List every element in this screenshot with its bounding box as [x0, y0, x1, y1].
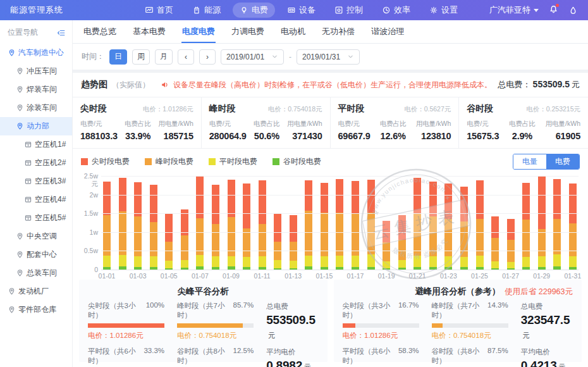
bar-01-13[interactable] [290, 176, 297, 270]
sidebar-item-空压机2#[interactable]: 空压机2# [0, 154, 72, 172]
bar-01-26[interactable] [491, 176, 499, 270]
sidebar-item-发动机厂[interactable]: 发动机厂 [0, 282, 72, 301]
bar-01-23[interactable] [444, 176, 452, 270]
bar-segment [336, 213, 343, 256]
tenant-dropdown[interactable]: 广汽菲亚特 [489, 4, 539, 16]
bar-01-07[interactable] [196, 176, 204, 270]
nav-item-device[interactable]: 设备 [280, 3, 322, 18]
tab-基本电费[interactable]: 基本电费 [125, 20, 174, 43]
total-unit: 元 [523, 332, 530, 339]
next-period-button[interactable]: › [199, 49, 216, 65]
sidebar-item-空压机3#[interactable]: 空压机3# [0, 172, 72, 190]
bar-segment [413, 178, 421, 213]
start-date-picker[interactable]: 2019/01/01 [221, 49, 284, 65]
tab-谐波治理[interactable]: 谐波治理 [363, 20, 412, 43]
tab-电动机[interactable]: 电动机 [273, 20, 314, 43]
bar-01-17[interactable] [352, 176, 359, 270]
total-fee-value: 553509.5 [533, 79, 570, 89]
bar-01-02[interactable] [119, 176, 126, 270]
sidebar-item-空压机4#[interactable]: 空压机4# [0, 190, 72, 209]
legend-item-尖时段电费[interactable]: 尖时段电费 [81, 156, 130, 167]
bar-01-24[interactable] [460, 176, 468, 270]
bar-01-03[interactable] [134, 176, 142, 270]
bar-01-12[interactable] [274, 176, 281, 270]
prev-period-button[interactable]: ‹ [178, 49, 194, 65]
device-icon [287, 6, 296, 15]
bar-01-05[interactable] [165, 176, 173, 270]
x-axis-tick: 01-21 [409, 272, 426, 280]
meter-icon [24, 159, 32, 167]
bar-01-16[interactable] [336, 176, 343, 270]
granularity-周[interactable]: 周 [132, 49, 150, 65]
bar-01-10[interactable] [243, 176, 250, 270]
tab-电费总览[interactable]: 电费总览 [75, 20, 125, 43]
stat-head: 峰时段电价：0.754018元 [209, 103, 322, 115]
notification-bell-button[interactable] [549, 4, 558, 16]
sidebar-item-中央空调[interactable]: 中央空调 [0, 227, 72, 246]
pin-icon [16, 232, 24, 240]
granularity-月[interactable]: 月 [155, 49, 173, 65]
tab-电度电费[interactable]: 电度电费 [174, 20, 223, 43]
sidebar-item-配套中心[interactable]: 配套中心 [0, 246, 72, 264]
bar-01-27[interactable] [507, 176, 515, 270]
toggle-电费[interactable]: 电费 [546, 154, 579, 169]
sidebar-item-焊装车间[interactable]: 焊装车间 [0, 80, 72, 99]
sidebar-item-汽车制造中心[interactable]: 汽车制造中心 [0, 44, 72, 62]
bar-01-21[interactable] [413, 176, 421, 270]
sidebar-item-零件部仓库[interactable]: 零件部仓库 [0, 301, 72, 319]
bar-01-19[interactable] [383, 176, 390, 270]
stat-col-value: 280064.9 [209, 131, 247, 141]
legend-item-平时段电费[interactable]: 平时段电费 [209, 156, 257, 167]
tab-力调电费[interactable]: 力调电费 [223, 20, 273, 43]
toggle-电量[interactable]: 电量 [513, 154, 546, 169]
bar-segment [259, 180, 266, 224]
bar-01-25[interactable] [476, 176, 484, 270]
bar-01-04[interactable] [150, 176, 157, 270]
sidebar-collapse-button[interactable] [57, 28, 66, 37]
stat-period-name: 尖时段 [80, 103, 107, 115]
nav-item-label: 电费 [252, 4, 268, 16]
bar-01-01[interactable] [103, 176, 111, 270]
nav-item-fee[interactable]: 电费 [233, 3, 275, 18]
bar-segment [243, 257, 250, 267]
bar-01-15[interactable] [321, 176, 328, 270]
stat-col-header: 电费占比 [509, 120, 536, 128]
tab-无功补偿[interactable]: 无功补偿 [314, 20, 363, 43]
nav-item-settings[interactable]: 设置 [422, 3, 465, 18]
nav-item-home[interactable]: 首页 [138, 3, 180, 18]
water-drop-icon[interactable] [568, 6, 578, 15]
end-date-picker[interactable]: 2019/01/31 [297, 49, 360, 65]
legend-item-峰时段电费[interactable]: 峰时段电费 [145, 156, 193, 167]
granularity-日[interactable]: 日 [109, 49, 127, 65]
period-price: 电价：1.01286元 [88, 331, 164, 340]
bar-segment [259, 256, 266, 267]
bar-01-30[interactable] [553, 176, 561, 270]
bar-01-22[interactable] [429, 176, 437, 270]
bar-01-31[interactable] [569, 176, 577, 270]
sidebar-item-总装车间[interactable]: 总装车间 [0, 264, 72, 282]
stat-col-value: 371430 [287, 131, 322, 141]
stat-col-pct: 电费占比33.9% [125, 120, 151, 141]
sidebar-item-冲压车间[interactable]: 冲压车间 [0, 62, 72, 80]
sidebar-item-涂装车间[interactable]: 涂装车间 [0, 99, 72, 117]
bar-01-18[interactable] [367, 176, 375, 270]
bar-01-09[interactable] [228, 176, 235, 270]
bar-01-28[interactable] [522, 176, 530, 270]
sidebar-item-label: 动力部 [27, 121, 49, 132]
nav-item-efficiency[interactable]: 效率 [375, 3, 417, 18]
bar-01-11[interactable] [259, 176, 266, 270]
bar-01-06[interactable] [181, 176, 188, 270]
nav-item-label: 控制 [346, 4, 363, 16]
nav-item-control[interactable]: 控制 [328, 3, 370, 18]
bar-segment [165, 213, 173, 241]
bar-01-08[interactable] [212, 176, 219, 270]
bar-01-20[interactable] [398, 176, 406, 270]
nav-item-energy[interactable]: 能源 [185, 3, 228, 18]
bar-01-29[interactable] [538, 176, 546, 270]
sidebar-item-空压机5#[interactable]: 空压机5# [0, 209, 72, 227]
bar-segment [569, 184, 577, 223]
sidebar-item-空压机1#[interactable]: 空压机1# [0, 135, 72, 154]
legend-item-谷时段电费[interactable]: 谷时段电费 [273, 156, 321, 167]
bar-01-14[interactable] [305, 176, 312, 270]
sidebar-item-动力部[interactable]: 动力部 [0, 117, 72, 135]
